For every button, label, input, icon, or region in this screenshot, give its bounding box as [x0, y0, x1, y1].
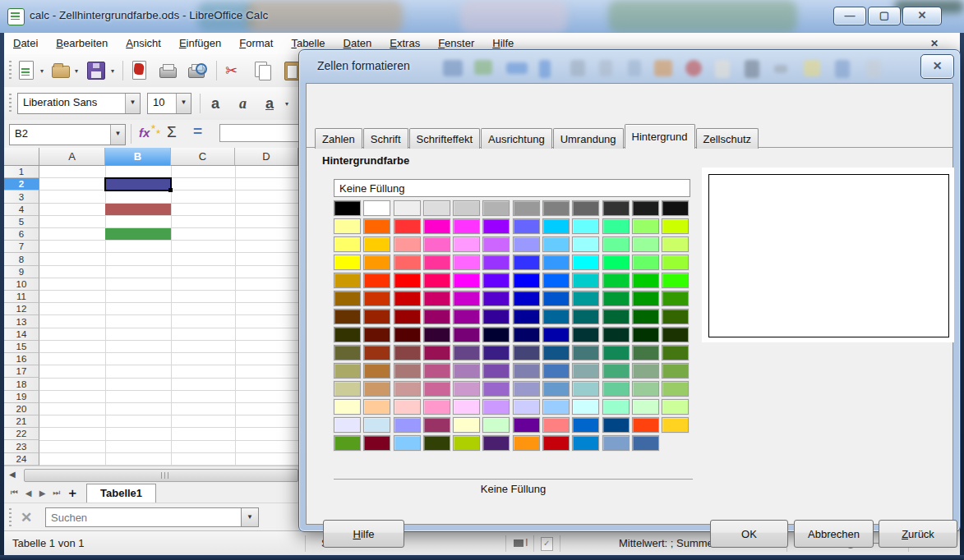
cell-b2[interactable]	[104, 177, 172, 191]
color-swatch[interactable]	[662, 236, 689, 252]
color-swatch[interactable]	[453, 363, 480, 379]
color-swatch[interactable]	[602, 363, 630, 379]
color-swatch[interactable]	[513, 381, 540, 397]
copy-button[interactable]	[252, 60, 274, 81]
help-button[interactable]: Hilfe	[323, 520, 404, 548]
color-swatch[interactable]	[363, 417, 390, 433]
underline-button[interactable]: a	[265, 95, 274, 112]
color-swatch[interactable]	[334, 255, 361, 270]
menu-item-format[interactable]: Format	[230, 33, 282, 54]
last-sheet-button[interactable]: ⏭	[49, 488, 63, 498]
color-swatch[interactable]	[394, 417, 421, 433]
color-swatch[interactable]	[602, 291, 630, 306]
color-swatch[interactable]	[513, 435, 540, 451]
select-all-corner[interactable]	[4, 148, 39, 166]
selection-summary[interactable]: Mittelwert: ; Summe: 0	[619, 537, 725, 549]
color-swatch[interactable]	[572, 309, 599, 324]
row-header-22[interactable]: 22	[4, 428, 39, 440]
color-swatch[interactable]	[632, 327, 659, 342]
color-swatch[interactable]	[513, 218, 540, 234]
color-swatch[interactable]	[632, 435, 659, 451]
color-swatch[interactable]	[453, 345, 480, 360]
column-header-c[interactable]: C	[171, 148, 235, 166]
color-swatch[interactable]	[513, 399, 540, 415]
color-swatch[interactable]	[394, 435, 421, 451]
save-button[interactable]	[85, 60, 107, 81]
color-swatch[interactable]	[572, 417, 599, 433]
tab-umrandung[interactable]: Umrandung	[553, 128, 624, 149]
cell-b4[interactable]	[105, 204, 171, 215]
color-swatch[interactable]	[363, 255, 390, 270]
color-swatch[interactable]	[602, 273, 630, 288]
toolbar-grip[interactable]	[9, 61, 12, 80]
back-button[interactable]: Zurück	[879, 520, 957, 548]
color-swatch[interactable]	[394, 273, 421, 288]
font-name-combobox[interactable]: Liberation Sans ▼	[17, 93, 141, 114]
row-header-5[interactable]: 5	[4, 216, 39, 228]
color-swatch[interactable]	[572, 345, 599, 360]
color-swatch[interactable]	[513, 255, 540, 270]
color-swatch[interactable]	[363, 218, 390, 234]
row-header-13[interactable]: 13	[4, 315, 39, 328]
color-swatch[interactable]	[363, 291, 390, 306]
row-header-23[interactable]: 23	[4, 440, 39, 452]
tab-schrifteffekt[interactable]: Schrifteffekt	[409, 128, 480, 149]
color-swatch[interactable]	[662, 417, 689, 433]
save-dropdown-arrow[interactable]: ▾	[111, 67, 114, 75]
font-size-combobox[interactable]: 10 ▼	[147, 93, 191, 114]
color-swatch[interactable]	[662, 291, 689, 306]
row-header-12[interactable]: 12	[4, 303, 39, 315]
color-swatch[interactable]	[423, 200, 450, 216]
row-header-10[interactable]: 10	[4, 278, 39, 291]
color-swatch[interactable]	[482, 200, 510, 216]
color-swatch[interactable]	[542, 327, 570, 342]
color-swatch[interactable]	[453, 200, 480, 216]
color-swatch[interactable]	[572, 435, 599, 451]
color-swatch[interactable]	[513, 327, 540, 342]
color-swatch[interactable]	[423, 273, 450, 288]
color-swatch[interactable]	[602, 435, 630, 451]
horizontal-scrollbar[interactable]: ◀	[4, 466, 298, 484]
color-swatch[interactable]	[423, 435, 450, 451]
tab-hintergrund[interactable]: Hintergrund	[625, 124, 695, 149]
color-swatch[interactable]	[632, 218, 659, 234]
color-swatch[interactable]	[423, 236, 450, 252]
document-modified-icon[interactable]: ✓	[541, 537, 553, 551]
cancel-button[interactable]: Abbrechen	[794, 520, 874, 548]
color-swatch[interactable]	[513, 291, 540, 306]
color-swatch[interactable]	[423, 327, 450, 342]
color-swatch[interactable]	[542, 218, 570, 234]
color-swatch[interactable]	[394, 327, 421, 342]
color-swatch[interactable]	[572, 363, 599, 379]
close-document-icon[interactable]: ✕	[928, 37, 941, 50]
ok-button[interactable]: OK	[710, 520, 788, 548]
insert-mode-icon[interactable]	[514, 539, 524, 547]
color-swatch[interactable]	[632, 417, 659, 433]
chevron-down-icon[interactable]: ▼	[241, 507, 259, 527]
export-pdf-button[interactable]	[129, 60, 150, 81]
color-swatch[interactable]	[363, 345, 390, 360]
color-swatch[interactable]	[334, 399, 361, 415]
color-swatch[interactable]	[482, 273, 510, 288]
color-swatch[interactable]	[542, 273, 570, 288]
color-swatch[interactable]	[423, 255, 450, 270]
color-swatch[interactable]	[513, 309, 540, 324]
bold-button[interactable]: a	[211, 95, 219, 112]
function-wizard-button[interactable]: fx★★	[139, 126, 160, 144]
color-swatch[interactable]	[542, 345, 570, 360]
open-button[interactable]	[50, 60, 71, 81]
chevron-down-icon[interactable]: ▼	[125, 94, 140, 113]
dialog-close-button[interactable]: ✕	[920, 54, 954, 79]
minimize-button[interactable]: —	[833, 7, 866, 25]
color-swatch[interactable]	[482, 417, 510, 433]
color-swatch[interactable]	[423, 417, 450, 433]
window-titlebar[interactable]: calc - Zellhintergrundfarbe.ods - LibreO…	[0, 0, 964, 33]
color-swatch[interactable]	[363, 381, 390, 397]
color-swatch[interactable]	[334, 218, 361, 234]
tab-schrift[interactable]: Schrift	[363, 128, 408, 149]
color-swatch[interactable]	[662, 255, 689, 270]
row-header-9[interactable]: 9	[4, 266, 39, 278]
color-swatch[interactable]	[602, 236, 630, 252]
row-header-21[interactable]: 21	[4, 415, 39, 428]
row-header-11[interactable]: 11	[4, 291, 39, 303]
